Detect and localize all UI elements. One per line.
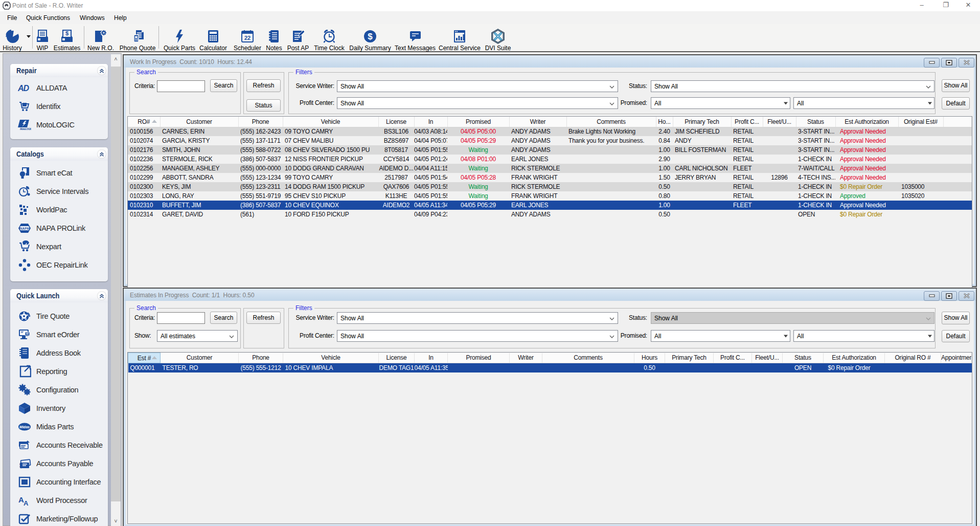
svg-text:22: 22 [244, 35, 250, 41]
svg-text:$: $ [368, 32, 373, 41]
svg-text:NAPA: NAPA [20, 227, 29, 230]
svg-text:$: $ [65, 30, 69, 36]
svg-text:Midas: Midas [19, 425, 30, 429]
svg-text:$: $ [19, 462, 23, 469]
svg-text:MotoLOGIC: MotoLOGIC [20, 127, 31, 130]
svg-text:AD: AD [18, 84, 30, 93]
svg-text:A: A [24, 499, 29, 507]
